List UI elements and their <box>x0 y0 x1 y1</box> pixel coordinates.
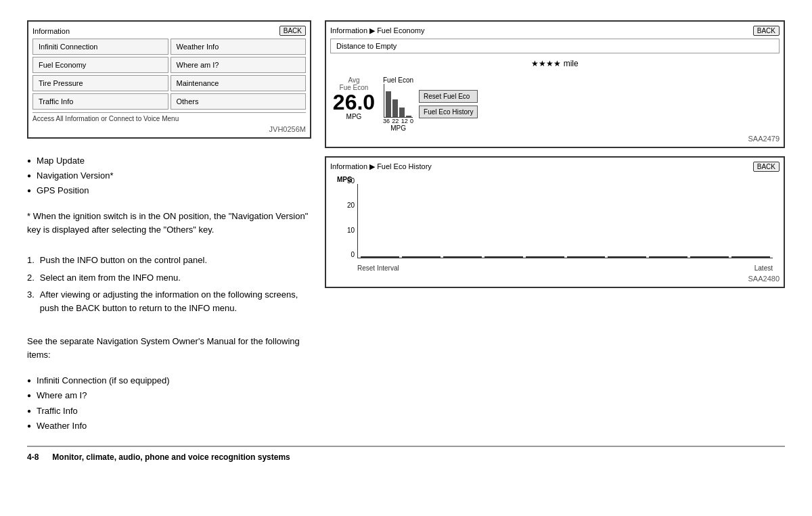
bullet-traffic-info: Traffic Info <box>27 405 311 417</box>
diagram-id-2: SAA2479 <box>330 135 780 143</box>
bar-2 <box>392 99 398 117</box>
x-label-latest: Latest <box>754 264 773 272</box>
bullet-where-am-i: Where am I? <box>27 390 311 402</box>
x-label-reset: Reset Interval <box>357 264 399 272</box>
fuel-center-panel: Fuel Econ 3622120 MPG <box>383 76 413 132</box>
fuel-left-panel: Avg Fue Econ 26.0 MPG <box>330 76 378 132</box>
menu-item-others[interactable]: Others <box>171 93 307 110</box>
y-axis: 30 20 10 0 <box>337 177 357 258</box>
fuel-data-area: Avg Fue Econ 26.0 MPG Fuel Econ <box>330 76 780 132</box>
right-column: Information ▶ Fuel Economy BACK Distance… <box>325 20 785 435</box>
step-2: 2. Select an item from the INFO menu. <box>27 271 311 285</box>
info-menu-screen: Information BACK Infiniti Connection Wea… <box>27 20 311 139</box>
hist-bar-3 <box>443 256 482 258</box>
fuel-back-button[interactable]: BACK <box>753 26 780 36</box>
bullet-map-update: Map Update <box>27 155 311 167</box>
chart-bars-area <box>357 184 773 258</box>
fuel-econ-unit: MPG <box>390 124 406 132</box>
fuel-economy-screen: Information ▶ Fuel Economy BACK Distance… <box>325 20 785 148</box>
stars-row: ★★★★ mile <box>330 56 780 71</box>
fuel-body: Distance to Empty ★★★★ mile Avg Fue Econ… <box>330 39 780 132</box>
avg-label: Avg <box>348 76 359 84</box>
fuel-big-number: 26.0 <box>333 91 375 113</box>
menu-item-where-am-i[interactable]: Where am I? <box>171 57 307 73</box>
bar-1 <box>386 91 391 117</box>
mpg-label-left: MPG <box>346 113 362 120</box>
page-footer: 4-8 Monitor, climate, audio, phone and v… <box>27 446 785 462</box>
y-30: 30 <box>347 177 355 185</box>
bullet-infiniti-connection: Infiniti Connection (if so equipped) <box>27 375 311 387</box>
footer-title: Monitor, climate, audio, phone and voice… <box>52 452 290 462</box>
screen-title: Information <box>32 27 70 35</box>
ignition-note: * When the ignition switch is in the ON … <box>27 210 311 238</box>
bullet-gps-position: GPS Position <box>27 185 311 197</box>
fuel-right-panel: Reset Fuel Eco Fuel Eco History <box>419 76 478 132</box>
hist-bar-7 <box>608 256 646 258</box>
menu-item-infiniti-connection[interactable]: Infiniti Connection <box>32 39 168 55</box>
bullets-top-section: Map Update Navigation Version* GPS Posit… <box>27 155 311 200</box>
fuel-history-screen: Information ▶ Fuel Eco History BACK MPG … <box>325 156 785 288</box>
y-10: 10 <box>347 227 355 234</box>
history-screen-header: Information ▶ Fuel Eco History BACK <box>330 162 780 172</box>
hist-bar-6 <box>567 256 606 258</box>
y-20: 20 <box>347 202 355 209</box>
bullets-top-list: Map Update Navigation Version* GPS Posit… <box>27 155 311 197</box>
hist-bar-4 <box>484 256 523 258</box>
back-button[interactable]: BACK <box>279 26 306 36</box>
hist-bar-10 <box>731 256 770 258</box>
content-area: Information BACK Infiniti Connection Wea… <box>27 20 785 435</box>
hist-bar-5 <box>526 256 564 258</box>
fuel-eco-history-button[interactable]: Fuel Eco History <box>419 105 478 118</box>
bullets-bottom-list: Infiniti Connection (if so equipped) Whe… <box>27 375 311 435</box>
hist-bar-1 <box>361 256 399 258</box>
history-screen-title: Information ▶ Fuel Eco History <box>330 162 432 171</box>
bullet-weather-info: Weather Info <box>27 420 311 432</box>
diagram-id-3: SAA2480 <box>330 275 780 283</box>
fuel-econ-center-label: Fuel Econ <box>383 76 413 84</box>
menu-item-fuel-economy[interactable]: Fuel Economy <box>32 57 168 73</box>
screen-footer-text: Access All Information or Connect to Voi… <box>32 112 306 122</box>
menu-item-tire-pressure[interactable]: Tire Pressure <box>32 75 168 91</box>
distance-label: Distance to Empty <box>336 42 397 50</box>
see-note-text: See the separate Navigation System Owner… <box>27 335 311 361</box>
page-layout: Information BACK Infiniti Connection Wea… <box>27 20 785 462</box>
left-column: Information BACK Infiniti Connection Wea… <box>27 20 311 435</box>
unit-label: mile <box>564 59 579 68</box>
distance-to-empty-row: Distance to Empty <box>330 39 780 53</box>
step-1: 1. Push the INFO button on the control p… <box>27 254 311 267</box>
hist-bar-9 <box>690 256 729 258</box>
page-number: 4-8 <box>27 452 39 462</box>
x-axis-labels: Reset Interval Latest <box>357 264 773 272</box>
stars-display: ★★★★ <box>531 59 561 68</box>
fuel-screen-title: Information ▶ Fuel Economy <box>330 26 424 35</box>
bar-3 <box>399 108 405 117</box>
diagram-id-1: JVH0256M <box>32 125 306 133</box>
menu-item-maintenance[interactable]: Maintenance <box>171 75 307 91</box>
bullet-nav-version: Navigation Version* <box>27 170 311 182</box>
bar-4 <box>406 116 411 117</box>
y-0: 0 <box>351 251 355 258</box>
menu-grid: Infiniti Connection Weather Info Fuel Ec… <box>32 39 306 110</box>
reset-fuel-eco-button[interactable]: Reset Fuel Eco <box>419 90 478 103</box>
screen-header: Information BACK <box>32 26 306 36</box>
history-back-button[interactable]: BACK <box>753 162 780 172</box>
bar-labels: 3622120 <box>383 118 413 124</box>
menu-item-weather-info[interactable]: Weather Info <box>171 39 307 55</box>
history-chart: MPG 30 20 10 0 <box>337 177 773 272</box>
fuel-bar-chart <box>384 84 413 118</box>
fuel-screen-header: Information ▶ Fuel Economy BACK <box>330 26 780 36</box>
steps-list: 1. Push the INFO button on the control p… <box>27 254 311 319</box>
hist-bar-2 <box>402 256 441 258</box>
step-3: 3. After viewing or adjusting the inform… <box>27 288 311 314</box>
hist-bar-8 <box>649 256 687 258</box>
menu-item-traffic-info[interactable]: Traffic Info <box>32 93 168 110</box>
